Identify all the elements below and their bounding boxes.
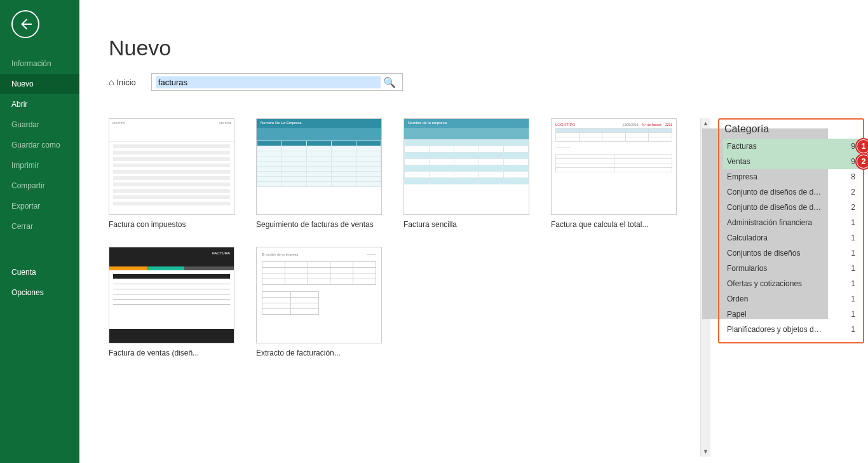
category-count: 1 — [851, 325, 855, 334]
nav-guardar[interactable]: Guardar — [0, 114, 79, 135]
category-row[interactable]: Calculadora1 — [723, 230, 859, 245]
template-thumb[interactable]: LOGOTIPO 2211 N.º de factura 13/06/2018 … — [551, 118, 677, 215]
category-row[interactable]: Ofertas y cotizaciones1 — [723, 276, 859, 291]
nav-exportar[interactable]: Exportar — [0, 196, 79, 216]
nav-cuenta[interactable]: Cuenta — [0, 262, 79, 282]
category-row[interactable]: Planificadores y objetos de...1 — [723, 322, 859, 337]
nav-compartir[interactable]: Compartir — [0, 176, 79, 196]
category-row[interactable]: Ventas92 — [723, 154, 859, 169]
category-row[interactable]: Formularios1 — [723, 261, 859, 276]
category-count: 2 — [851, 188, 855, 197]
nav-cerrar[interactable]: Cerrar — [0, 216, 79, 237]
annotation-callout: 2 — [857, 155, 868, 169]
category-label: Orden — [727, 294, 748, 303]
category-label: Planificadores y objetos de... — [727, 325, 822, 334]
category-count: 1 — [851, 294, 855, 303]
category-count: 1 — [851, 218, 855, 227]
template-thumb[interactable]: Nombre de la empresa — [403, 118, 529, 215]
category-label: Calculadora — [727, 233, 768, 242]
template-thumb[interactable]: Nombre De La Empresa — [256, 118, 382, 215]
category-count: 8 — [851, 172, 855, 181]
category-label: Ventas — [727, 157, 750, 166]
scroll-up-icon[interactable]: ▲ — [701, 118, 710, 128]
template-label: Factura que calcula el total... — [551, 220, 677, 230]
nav-opciones[interactable]: Opciones — [0, 282, 79, 303]
template-grid: LOGOTIPOFACTURA Factura con impuestos No… — [109, 118, 703, 463]
search-input[interactable] — [156, 76, 381, 88]
category-row[interactable]: Administración financiera1 — [723, 215, 859, 230]
category-count: 1 — [851, 249, 855, 258]
category-row[interactable]: Conjunto de diseños de deg...2 — [723, 200, 859, 215]
category-row[interactable]: Papel1 — [723, 307, 859, 322]
category-count: 9 — [851, 157, 855, 166]
search-icon[interactable]: 🔍 — [381, 76, 398, 88]
template-label: Extracto de facturación... — [256, 349, 382, 359]
nav-imprimir[interactable]: Imprimir — [0, 155, 79, 176]
page-title: Nuevo — [109, 36, 868, 60]
annotation-callout: 1 — [857, 139, 868, 153]
category-label: Empresa — [727, 172, 757, 181]
template-card[interactable]: Nombre De La Empresa Seguimiento de fact… — [256, 118, 382, 230]
template-label: Factura con impuestos — [109, 220, 234, 230]
scroll-down-icon[interactable]: ▼ — [701, 446, 710, 457]
nav-abrir[interactable]: Abrir — [0, 94, 79, 114]
category-row[interactable]: Conjuntos de diseños1 — [723, 245, 859, 261]
main-content: Nuevo ⌂ Inicio 🔍 LOGOTIPOFACTURA Factura… — [79, 0, 868, 463]
vertical-scrollbar[interactable]: ▲ ▼ — [700, 118, 710, 457]
template-card[interactable]: El nombre de su empresa——— Extracto de f… — [256, 247, 382, 359]
category-row[interactable]: Empresa8 — [723, 169, 859, 184]
nav-informacion[interactable]: Información — [0, 53, 79, 74]
back-button[interactable] — [11, 10, 39, 38]
category-label: Conjuntos de diseños — [727, 249, 800, 258]
category-label: Conjunto de diseños de deg... — [727, 203, 822, 212]
template-label: Factura de ventas (diseñ... — [109, 349, 234, 359]
category-label: Conjunto de diseños de deg... — [727, 188, 822, 197]
category-label: Formularios — [727, 264, 767, 273]
search-row: ⌂ Inicio 🔍 — [109, 73, 868, 91]
home-icon: ⌂ — [109, 77, 114, 87]
breadcrumb-home-label: Inicio — [116, 78, 135, 87]
category-label: Papel — [727, 310, 747, 319]
category-panel: Categoría Facturas91Ventas92Empresa8Conj… — [718, 118, 864, 343]
category-count: 9 — [851, 142, 855, 151]
category-row[interactable]: Facturas91 — [723, 139, 859, 154]
template-label: Factura sencilla — [403, 220, 529, 230]
breadcrumb-home[interactable]: ⌂ Inicio — [109, 77, 136, 87]
category-count: 1 — [851, 310, 855, 319]
template-thumb[interactable]: FACTURA — [109, 247, 234, 343]
template-thumb[interactable]: El nombre de su empresa——— — [256, 247, 382, 343]
template-thumb[interactable]: LOGOTIPOFACTURA — [109, 118, 234, 215]
template-card[interactable]: LOGOTIPO 2211 N.º de factura 13/06/2018 … — [551, 118, 677, 230]
template-card[interactable]: Nombre de la empresa Factura sencilla — [403, 118, 529, 230]
category-count: 1 — [851, 233, 855, 242]
search-box[interactable]: 🔍 — [151, 73, 403, 91]
category-count: 1 — [851, 264, 855, 273]
category-title: Categoría — [724, 123, 859, 135]
category-count: 1 — [851, 279, 855, 288]
backstage-sidebar: Información Nuevo Abrir Guardar Guardar … — [0, 0, 79, 463]
category-row[interactable]: Orden1 — [723, 291, 859, 307]
category-label: Administración financiera — [727, 218, 812, 227]
nav-guardar-como[interactable]: Guardar como — [0, 135, 79, 155]
category-count: 2 — [851, 203, 855, 212]
nav-nuevo[interactable]: Nuevo — [0, 74, 79, 94]
category-label: Ofertas y cotizaciones — [727, 279, 802, 288]
template-label: Seguimiento de facturas de ventas — [256, 220, 382, 230]
template-card[interactable]: FACTURA Factura de ventas (diseñ... — [109, 247, 234, 359]
category-label: Facturas — [727, 142, 757, 151]
template-card[interactable]: LOGOTIPOFACTURA Factura con impuestos — [109, 118, 234, 230]
category-row[interactable]: Conjunto de diseños de deg...2 — [723, 184, 859, 200]
